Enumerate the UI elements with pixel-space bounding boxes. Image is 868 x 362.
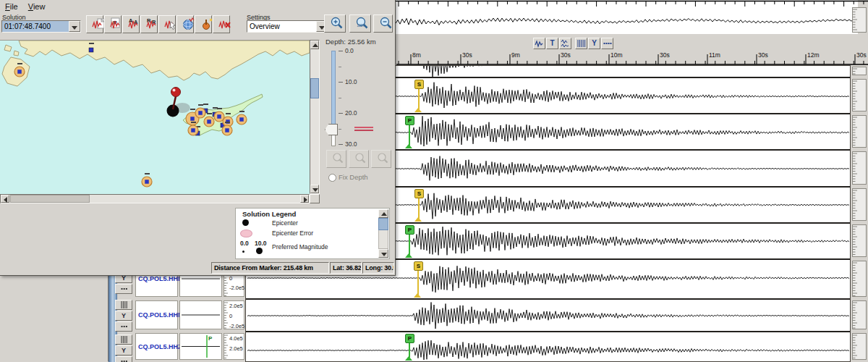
amplitude-scale-ruler: [852, 224, 867, 257]
scroll-right-button[interactable]: [300, 195, 309, 203]
trace-delete-button[interactable]: [213, 15, 230, 33]
depth-minor-tick: [339, 129, 341, 130]
zoom-in-icon: [329, 16, 344, 30]
grid-icon: [120, 336, 127, 343]
legend-scroll-thumb[interactable]: [378, 218, 388, 230]
multi-wave-button[interactable]: [559, 38, 571, 49]
phase-pick-line: [417, 269, 419, 295]
map-area[interactable]: [0, 40, 310, 194]
phase-pick-line: [409, 124, 410, 146]
s-phase-flag[interactable]: S: [414, 80, 424, 89]
zoom-100-button[interactable]: 100%: [349, 14, 371, 33]
legend-magnitude-min: 0.0: [240, 240, 249, 247]
amplitude-scale-label: 4.0e5: [229, 335, 243, 342]
dots-button[interactable]: [601, 38, 613, 49]
channel-preview-box[interactable]: [179, 300, 222, 329]
channel-name: CQ.POL5.HHN: [138, 311, 183, 319]
dots-icon: [603, 39, 612, 48]
legend-scroll-up-button[interactable]: [378, 209, 388, 218]
amplitude-scale-ruler: [852, 151, 867, 185]
phase-pick-line: [418, 88, 420, 109]
trace-page-r-button[interactable]: R: [104, 15, 122, 33]
magnitude-small-dot-icon: [242, 251, 244, 253]
legend-title: Solution Legend: [242, 210, 296, 218]
map-vertical-scrollbar[interactable]: [310, 40, 320, 194]
scrollbar-corner: [310, 194, 320, 203]
amplitude-scale-label: 0: [229, 313, 232, 319]
t-scale-button[interactable]: T: [546, 38, 558, 49]
trace-aa-button[interactable]: AA: [122, 15, 140, 33]
zoom-out-button[interactable]: [373, 14, 393, 33]
channel-label-box[interactable]: CQ.POL5.HHZ: [135, 333, 178, 360]
depth-value-label: Depth: 25.56 km: [326, 38, 376, 46]
globe-trace-button[interactable]: [176, 15, 194, 33]
epicenter-error-legend-icon: [240, 230, 252, 237]
trace-rr-button[interactable]: RR: [140, 15, 158, 33]
trace-pointer-button[interactable]: [158, 15, 176, 33]
dots-button[interactable]: [115, 356, 132, 362]
wave-icon: [535, 39, 544, 48]
solution-combobox[interactable]: 01:07:48.7400: [1, 20, 81, 33]
legend-scroll-down-button[interactable]: [378, 249, 388, 258]
map-horizontal-scrollbar[interactable]: [0, 194, 310, 203]
phase-pick-line: [409, 233, 410, 255]
status-longitude: Long: 30.5430: [362, 262, 394, 274]
amplitude-scale-ruler: [852, 115, 867, 148]
p-phase-flag[interactable]: P: [405, 116, 414, 125]
new-trace-page-button[interactable]: [86, 15, 103, 33]
settings-value[interactable]: Overview: [247, 21, 316, 32]
p-phase-flag[interactable]: P: [405, 334, 414, 343]
dots-icon: [120, 323, 127, 330]
depth-slider-thumb[interactable]: [325, 124, 338, 135]
new-trace-page-icon: [91, 17, 106, 30]
depth-tick-label: 10.0: [345, 78, 357, 85]
menu-view[interactable]: View: [23, 1, 51, 12]
time-axis-label: 30s: [561, 51, 571, 59]
zoom-in-button[interactable]: [324, 14, 346, 33]
dots-button[interactable]: [115, 321, 132, 332]
dots-button[interactable]: [115, 284, 132, 294]
globe-trace-icon: [182, 17, 196, 30]
phase-pick-base: [405, 356, 412, 361]
solution-dropdown-arrow[interactable]: [69, 21, 80, 32]
grid-button[interactable]: [115, 300, 132, 310]
wave-button[interactable]: [533, 38, 545, 49]
solution-value[interactable]: 01:07:48.7400: [2, 21, 69, 32]
depth-minor-tick: [339, 98, 341, 98]
s-phase-flag[interactable]: S: [414, 189, 424, 198]
dart-pin-button[interactable]: [195, 15, 212, 33]
s-phase-flag[interactable]: S: [414, 261, 423, 271]
depth-error-bar-bottom: [354, 130, 373, 131]
depth-tick-label: 20.0: [345, 109, 357, 117]
depth-zoom-in-button: [326, 150, 346, 168]
p-phase-flag[interactable]: P: [405, 225, 414, 235]
y-scale-button[interactable]: Y: [115, 311, 132, 321]
legend-magnitude-max: 10.0: [255, 240, 267, 247]
scroll-left-button[interactable]: [1, 195, 9, 203]
settings-combobox[interactable]: Overview: [247, 20, 328, 33]
y-scale-button[interactable]: Y: [588, 38, 600, 49]
epicenter-legend-icon: [242, 219, 249, 226]
time-axis: 8m30s9m30s10m30s11m30s12m30s: [396, 51, 868, 65]
scrollbar-thumb[interactable]: [10, 195, 90, 203]
amplitude-scale-ruler: [852, 188, 867, 221]
trace-rr-icon: RR: [145, 17, 160, 30]
y-scale-button[interactable]: Y: [115, 345, 132, 355]
depth-slider-track-filled[interactable]: [331, 51, 336, 129]
scroll-up-button[interactable]: [310, 41, 319, 49]
menu-file[interactable]: File: [0, 1, 23, 12]
time-axis-label: 30s: [660, 51, 670, 59]
channel-preview-trace: P: [180, 334, 221, 359]
scroll-down-button[interactable]: [310, 185, 319, 193]
grid-button[interactable]: [575, 38, 587, 49]
scrollbar-thumb[interactable]: [310, 78, 319, 98]
grid-icon: [576, 39, 586, 48]
y-scale-icon: Y: [122, 347, 126, 354]
fix-depth-radio[interactable]: [328, 174, 336, 182]
channel-preview-box[interactable]: P: [179, 333, 222, 360]
zoom-100-label: 100%: [357, 24, 366, 28]
grid-button[interactable]: [115, 334, 132, 345]
channel-label-box[interactable]: CQ.POL5.HHN: [135, 300, 178, 329]
overview-time-ruler: [394, 0, 868, 7]
depth-tick: [339, 113, 343, 114]
